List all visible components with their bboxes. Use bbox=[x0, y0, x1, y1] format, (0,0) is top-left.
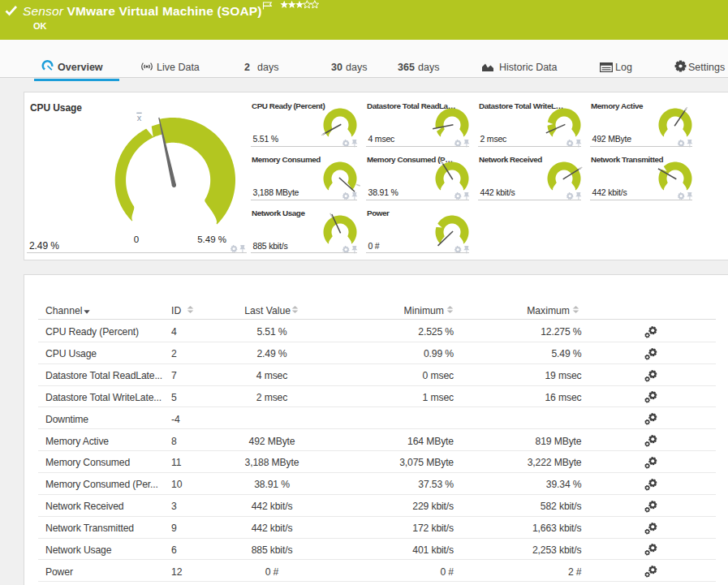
svg-text:x: x bbox=[137, 113, 142, 123]
